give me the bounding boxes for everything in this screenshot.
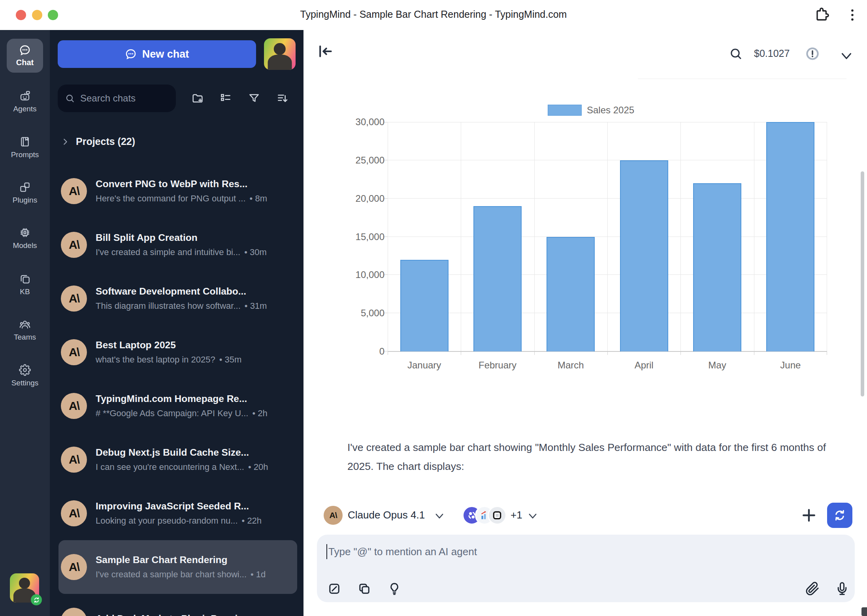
main-area: $0.1027 Sales 2025 05,00010,00015,00020,… xyxy=(303,30,867,616)
plugin-more-count[interactable]: +1 xyxy=(511,509,522,521)
alert-circle-icon[interactable] xyxy=(806,47,819,60)
new-folder-button[interactable] xyxy=(189,90,206,107)
bar-february[interactable] xyxy=(473,206,522,351)
blocks-icon xyxy=(19,181,31,193)
scrollbar-thumb[interactable] xyxy=(861,171,864,396)
projects-label: Projects (22) xyxy=(76,136,135,147)
chevron-down-icon[interactable] xyxy=(839,49,854,59)
copy-shapes-icon[interactable] xyxy=(357,582,371,596)
chat-preview: I've created a sample bar chart showi... xyxy=(96,569,247,580)
chat-bubble-icon xyxy=(125,48,137,60)
chart-legend[interactable]: Sales 2025 xyxy=(548,105,634,116)
sync-badge-icon xyxy=(31,594,42,605)
chat-preview: Looking at your pseudo-random nu... xyxy=(96,516,238,526)
chat-list-item[interactable]: A\Best Laptop 2025what's the best laptop… xyxy=(58,325,297,379)
topbar-divider xyxy=(638,79,846,79)
regenerate-button[interactable] xyxy=(827,503,852,528)
chat-preview: I've created a simple and intuitive bi..… xyxy=(96,247,240,257)
bar-march[interactable] xyxy=(547,237,595,352)
attachment-icon[interactable] xyxy=(805,582,820,596)
sidebar-item-agents[interactable]: Agents xyxy=(0,90,50,113)
sort-icon[interactable] xyxy=(274,90,291,107)
gridline xyxy=(461,122,461,351)
user-avatar[interactable] xyxy=(10,573,39,603)
chart-plot xyxy=(388,122,827,351)
projects-section-header[interactable]: Projects (22) xyxy=(61,136,135,147)
sidebar-item-models[interactable]: Models xyxy=(0,227,50,250)
chevron-down-icon[interactable] xyxy=(527,511,538,520)
nav-rail: Chat Agents Prompts Plugins Models xyxy=(0,30,50,616)
chat-list-item[interactable]: A\Improving JavaScript Seeded R...Lookin… xyxy=(58,486,297,540)
message-composer[interactable]: Type "@" to mention an AI agent xyxy=(317,535,855,602)
chat-list-item[interactable]: A\Debug Next.js Build Cache Size...I can… xyxy=(58,433,297,486)
chat-time: • 31m xyxy=(245,301,267,311)
bar-may[interactable] xyxy=(693,183,741,351)
plugin-selector[interactable] xyxy=(462,506,507,525)
chip-icon xyxy=(19,227,31,239)
sidebar-item-kb[interactable]: KB xyxy=(0,273,50,296)
collapse-sidebar-icon[interactable] xyxy=(317,43,337,63)
sidebar-item-chat[interactable]: Chat xyxy=(7,39,43,73)
chat-title: Best Laptop 2025 xyxy=(96,340,293,351)
profile-avatar[interactable] xyxy=(264,38,296,70)
chevron-down-icon[interactable] xyxy=(434,511,445,520)
bar-april[interactable] xyxy=(620,160,668,351)
sidebar: New chat Search chats Projects (22 xyxy=(50,30,303,616)
input-placeholder: Type "@" to mention an AI agent xyxy=(328,546,477,558)
chat-list-item[interactable]: A\Add Dark Mode to PluginPermi... xyxy=(58,594,297,616)
robot-icon xyxy=(19,90,31,102)
sidebar-item-prompts[interactable]: Prompts xyxy=(0,136,50,159)
rail-label-chat: Chat xyxy=(16,58,34,67)
chat-list-item[interactable]: A\Sample Bar Chart RenderingI've created… xyxy=(58,540,297,594)
search-icon[interactable] xyxy=(726,44,745,63)
gridline xyxy=(680,122,681,351)
x-tick-label: January xyxy=(388,360,461,371)
x-axis-line xyxy=(388,351,827,352)
y-tick-label: 5,000 xyxy=(343,308,384,319)
profile-photo xyxy=(264,38,296,70)
anthropic-avatar: A\ xyxy=(61,608,87,616)
gear-icon xyxy=(19,364,31,376)
app-window: TypingMind - Sample Bar Chart Rendering … xyxy=(0,0,867,616)
new-chat-button[interactable]: New chat xyxy=(58,40,256,68)
chat-title: Software Development Collabo... xyxy=(96,286,293,297)
bar-january[interactable] xyxy=(400,260,449,351)
x-tick-label: March xyxy=(534,360,607,371)
sidebar-item-settings[interactable]: Settings xyxy=(0,364,50,387)
list-view-button[interactable] xyxy=(217,90,234,107)
chat-time: • 22h xyxy=(242,516,262,526)
credit-balance[interactable]: $0.1027 xyxy=(754,48,790,59)
x-tick xyxy=(534,351,535,355)
chat-time: • 2h xyxy=(252,408,267,419)
chat-list-item[interactable]: A\TypingMind.com Homepage Re...# **Googl… xyxy=(58,379,297,433)
chat-list-item[interactable]: A\Convert PNG to WebP with Res...Here's … xyxy=(58,164,297,218)
y-tick-label: 20,000 xyxy=(343,193,384,204)
search-chats-input[interactable]: Search chats xyxy=(58,85,176,112)
lightbulb-icon[interactable] xyxy=(387,582,401,596)
people-icon xyxy=(19,318,31,330)
anthropic-avatar: A\ xyxy=(61,339,87,365)
x-tick-label: February xyxy=(461,360,534,371)
chat-preview: # **Google Ads Campaign: API Key U... xyxy=(96,408,248,419)
add-button[interactable] xyxy=(800,507,818,524)
gridline xyxy=(827,122,827,351)
rail-label-agents: Agents xyxy=(13,105,36,113)
model-selector[interactable]: Claude Opus 4.1 xyxy=(348,509,425,521)
legend-label: Sales 2025 xyxy=(587,105,634,116)
gridline xyxy=(534,122,535,351)
chat-list-item[interactable]: A\Bill Split App CreationI've created a … xyxy=(58,218,297,272)
filter-icon[interactable] xyxy=(245,90,263,107)
extensions-icon[interactable] xyxy=(813,7,830,23)
sidebar-item-plugins[interactable]: Plugins xyxy=(0,181,50,205)
chat-time: • 1d xyxy=(251,569,266,580)
browser-menu-icon[interactable] xyxy=(844,7,861,23)
chat-list-item[interactable]: A\Software Development Collabo...This di… xyxy=(58,272,297,325)
new-chat-label: New chat xyxy=(142,48,189,60)
x-tick xyxy=(388,351,388,355)
microphone-icon[interactable] xyxy=(835,582,849,596)
message-input[interactable]: Type "@" to mention an AI agent xyxy=(326,544,477,559)
bar-june[interactable] xyxy=(766,122,814,351)
canvas-icon[interactable] xyxy=(327,582,341,596)
chat-title: Bill Split App Creation xyxy=(96,232,293,243)
sidebar-item-teams[interactable]: Teams xyxy=(0,318,50,342)
